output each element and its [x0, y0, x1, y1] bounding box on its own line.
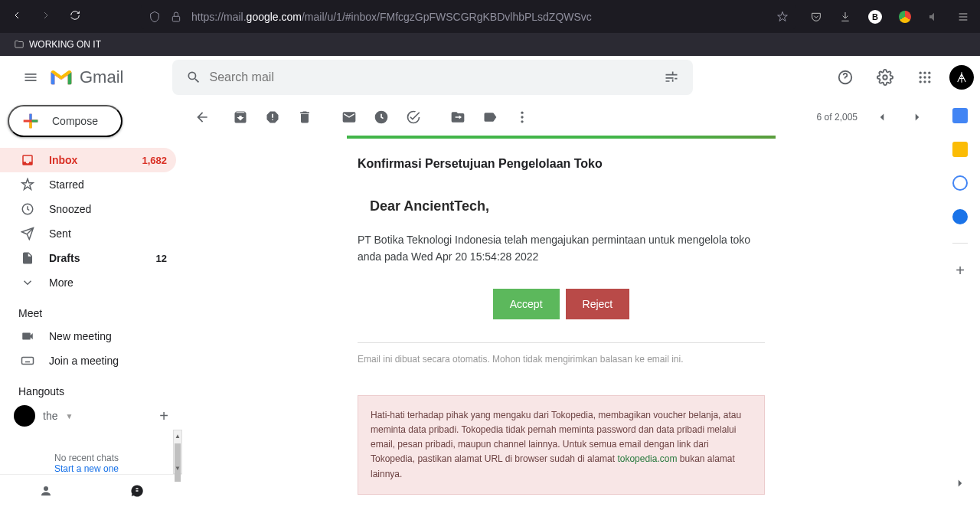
email-greeting: Dear AncientTech, — [370, 198, 765, 214]
nav-snoozed[interactable]: Snoozed — [0, 197, 176, 221]
nav-sent-label: Sent — [49, 227, 71, 240]
snooze-icon[interactable] — [374, 110, 389, 125]
email-card: Konfirmasi Persetujuan Pengelolaan Toko … — [347, 136, 776, 507]
hangouts-add-icon[interactable]: + — [159, 407, 168, 425]
contacts-icon[interactable] — [952, 209, 968, 224]
nav-sent[interactable]: Sent — [0, 221, 176, 246]
svg-point-4 — [923, 71, 926, 74]
search-icon[interactable] — [178, 62, 209, 93]
volume-icon[interactable] — [928, 11, 940, 23]
no-recent-chats-text: No recent chats — [0, 453, 173, 463]
svg-point-11 — [928, 80, 930, 83]
search-input[interactable] — [209, 70, 656, 84]
browser-toolbar: https://mail.google.com/mail/u/1/#inbox/… — [0, 0, 980, 33]
hangouts-scrollbar[interactable]: ▲ ▼ — [173, 430, 182, 474]
file-icon — [20, 250, 35, 266]
back-to-inbox[interactable] — [194, 110, 210, 125]
move-to-icon[interactable] — [450, 110, 466, 125]
hangouts-avatar — [14, 405, 35, 427]
more-actions-icon[interactable] — [514, 110, 530, 125]
video-icon — [20, 329, 35, 344]
meet-header: Meet — [0, 295, 182, 324]
nav-starred-label: Starred — [49, 178, 84, 191]
nav-drafts-count: 12 — [156, 253, 167, 264]
address-bar[interactable]: https://mail.google.com/mail/u/1/#inbox/… — [141, 5, 796, 29]
settings-icon[interactable] — [870, 62, 900, 93]
main-menu-button[interactable] — [12, 59, 49, 96]
email-title: Konfirmasi Persetujuan Pengelolaan Toko — [358, 157, 765, 171]
support-icon[interactable] — [830, 62, 861, 93]
pocket-icon[interactable] — [810, 11, 822, 23]
compose-label: Compose — [52, 115, 98, 127]
gmail-logo-text: Gmail — [80, 67, 123, 87]
tasks-icon[interactable] — [952, 175, 968, 191]
email-viewport[interactable]: Konfirmasi Persetujuan Pengelolaan Toko … — [182, 136, 940, 507]
search-options-icon[interactable] — [656, 62, 687, 93]
tokopedia-link[interactable]: tokopedia.com — [617, 453, 677, 464]
back-button[interactable] — [11, 9, 23, 25]
extension-bitcoin-icon[interactable]: B — [868, 10, 882, 24]
calendar-icon[interactable] — [952, 108, 968, 123]
nav-more-label: More — [49, 276, 74, 289]
nav-drafts-label: Drafts — [49, 252, 80, 264]
join-meeting-label: Join a meeting — [49, 355, 119, 367]
svg-point-5 — [928, 71, 930, 74]
downloads-icon[interactable] — [839, 11, 851, 23]
svg-point-2 — [883, 75, 887, 80]
addons-plus-icon[interactable]: + — [956, 262, 965, 280]
hangouts-user-row[interactable]: the ▼ + — [0, 402, 182, 430]
pager-prev[interactable] — [871, 106, 893, 128]
nav-starred[interactable]: Starred — [0, 172, 176, 197]
hangouts-header: Hangouts — [0, 373, 182, 402]
labels-icon[interactable] — [482, 110, 498, 125]
compose-plus-icon — [20, 110, 41, 132]
reload-button[interactable] — [69, 9, 81, 25]
svg-point-17 — [521, 116, 523, 118]
svg-rect-0 — [172, 16, 179, 21]
sidebar: Compose Inbox 1,682 Starred Snoozed Sent — [0, 99, 182, 507]
new-meeting-label: New meeting — [49, 330, 112, 342]
nav-new-meeting[interactable]: New meeting — [0, 324, 176, 348]
nav-more[interactable]: More — [0, 270, 176, 295]
bookmark-folder[interactable]: WORKING ON IT — [9, 36, 106, 53]
bookmark-star-icon[interactable] — [776, 11, 789, 23]
warning-box: Hati-hati terhadap pihak yang mengaku da… — [358, 395, 765, 495]
bottom-tabs — [0, 474, 182, 507]
keep-icon[interactable] — [952, 142, 968, 157]
nav-inbox[interactable]: Inbox 1,682 — [0, 148, 176, 172]
forward-button[interactable] — [40, 9, 52, 25]
delete-icon[interactable] — [297, 110, 312, 125]
collapse-panel-icon[interactable] — [953, 476, 967, 493]
accept-button[interactable]: Accept — [493, 289, 560, 319]
content: 6 of 2,005 Konfirmasi Persetujuan Pengel… — [182, 99, 940, 507]
hangouts-user-label: the — [43, 410, 57, 422]
account-avatar[interactable] — [949, 65, 974, 90]
clock-icon — [20, 201, 35, 217]
start-new-chat-link[interactable]: Start a new one — [0, 463, 173, 474]
extension-chrome-icon[interactable] — [899, 11, 911, 23]
divider — [358, 342, 765, 343]
svg-point-10 — [923, 80, 926, 83]
svg-rect-13 — [22, 358, 34, 365]
compose-button[interactable]: Compose — [8, 105, 122, 137]
tab-person[interactable] — [0, 479, 91, 502]
spam-icon[interactable] — [265, 110, 280, 125]
gmail-logo[interactable]: Gmail — [49, 67, 123, 87]
pager-next[interactable] — [906, 106, 928, 128]
gmail-logo-icon — [49, 68, 74, 87]
svg-point-7 — [923, 76, 926, 78]
svg-point-14 — [44, 486, 48, 491]
nav-join-meeting[interactable]: Join a meeting — [0, 348, 176, 373]
add-task-icon[interactable] — [406, 110, 421, 125]
gmail-header: Gmail — [0, 56, 980, 99]
reject-button[interactable]: Reject — [566, 289, 630, 319]
apps-icon[interactable] — [910, 62, 940, 93]
archive-icon[interactable] — [233, 110, 248, 125]
nav-drafts[interactable]: Drafts 12 — [0, 246, 176, 270]
mark-unread-icon[interactable] — [341, 110, 357, 125]
send-icon — [20, 226, 35, 241]
browser-menu-icon[interactable] — [957, 11, 969, 23]
tab-chat[interactable] — [91, 479, 182, 502]
search-bar — [172, 60, 693, 95]
star-icon — [20, 177, 35, 192]
